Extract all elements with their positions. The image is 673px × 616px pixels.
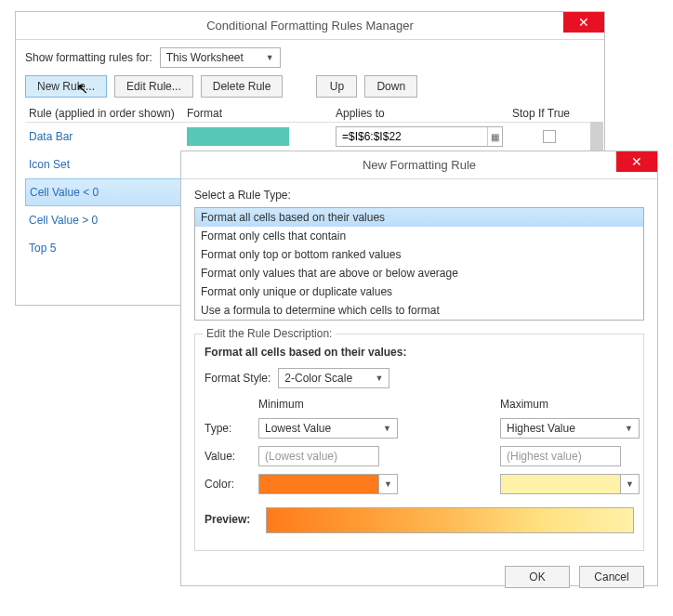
max-type-dropdown[interactable]: Highest Value ▼ (500, 418, 640, 439)
move-up-button[interactable]: Up (316, 75, 357, 98)
value-label: Value: (205, 450, 258, 463)
stop-if-true-checkbox[interactable] (543, 130, 556, 143)
rule-name: Icon Set (29, 158, 187, 171)
rule-type-item[interactable]: Format only cells that contain (195, 227, 643, 245)
rule-name: Cell Value < 0 (30, 186, 188, 199)
window-title: New Formatting Rule (363, 158, 476, 172)
format-style-label: Format Style: (205, 372, 271, 385)
rule-type-item[interactable]: Format all cells based on their values (195, 208, 643, 227)
titlebar: New Formatting Rule ✕ (181, 151, 657, 179)
color-swatch (259, 475, 378, 493)
window-title: Conditional Formatting Rules Manager (206, 19, 414, 33)
scope-dropdown[interactable]: This Worksheet ▼ (160, 47, 281, 68)
show-rules-label: Show formatting rules for: (25, 51, 152, 64)
chevron-down-icon: ▼ (620, 475, 639, 493)
new-rule-button[interactable]: New Rule... (25, 75, 107, 98)
delete-rule-button[interactable]: Delete Rule (201, 75, 284, 98)
select-type-label: Select a Rule Type: (194, 189, 644, 202)
range-picker-icon[interactable]: ▦ (487, 127, 502, 146)
new-rule-dialog: New Formatting Rule ✕ Select a Rule Type… (180, 151, 658, 586)
rule-type-item[interactable]: Format only values that are above or bel… (195, 264, 643, 282)
close-icon[interactable]: ✕ (616, 151, 657, 172)
format-style-dropdown[interactable]: 2-Color Scale ▼ (278, 368, 389, 388)
chevron-down-icon: ▼ (383, 424, 391, 433)
chevron-down-icon: ▼ (625, 424, 633, 433)
applies-field[interactable] (336, 130, 487, 143)
scrollbar-thumb[interactable] (590, 122, 603, 151)
ok-button[interactable]: OK (505, 566, 570, 588)
chevron-down-icon: ▼ (378, 475, 397, 493)
format-style-value: 2-Color Scale (284, 372, 352, 385)
col-stop: Stop If True (512, 107, 587, 120)
chevron-down-icon: ▼ (375, 374, 383, 383)
color-swatch (501, 475, 620, 493)
min-color-dropdown[interactable]: ▼ (258, 474, 398, 494)
rule-heading: Format all cells based on their values: (205, 346, 634, 359)
edit-description-group: Edit the Rule Description: Format all ce… (194, 334, 644, 551)
edit-legend: Edit the Rule Description: (203, 327, 336, 340)
titlebar: Conditional Formatting Rules Manager ✕ (16, 12, 604, 40)
type-label: Type: (205, 422, 258, 435)
max-color-dropdown[interactable]: ▼ (500, 474, 640, 494)
color-label: Color: (205, 478, 258, 491)
cancel-button[interactable]: Cancel (579, 566, 644, 588)
rule-name: Cell Value > 0 (29, 214, 187, 227)
rule-type-list[interactable]: Format all cells based on their values F… (194, 207, 644, 321)
rule-name: Data Bar (29, 130, 187, 143)
applies-to-input[interactable]: ▦ (336, 126, 503, 147)
edit-rule-button[interactable]: Edit Rule... (114, 75, 193, 98)
rule-name: Top 5 (29, 242, 187, 255)
preview-label: Preview: (205, 507, 258, 533)
rule-type-item[interactable]: Format only unique or duplicate values (195, 282, 643, 301)
col-format: Format (187, 107, 336, 120)
close-icon[interactable]: ✕ (563, 12, 604, 33)
rule-row[interactable]: Data Bar ▦ (25, 123, 595, 151)
min-value-input[interactable]: (Lowest value) (258, 446, 379, 466)
col-applies: Applies to (336, 107, 512, 120)
move-down-button[interactable]: Down (364, 75, 417, 98)
col-rule: Rule (applied in order shown) (29, 107, 187, 120)
scope-value: This Worksheet (166, 51, 244, 64)
chevron-down-icon: ▼ (266, 53, 274, 62)
minimum-label: Minimum (258, 398, 407, 411)
maximum-label: Maximum (500, 398, 649, 411)
preview-gradient (266, 507, 634, 533)
rules-header: Rule (applied in order shown) Format App… (25, 105, 595, 122)
rule-type-item[interactable]: Format only top or bottom ranked values (195, 245, 643, 264)
rule-type-item[interactable]: Use a formula to determine which cells t… (195, 301, 643, 320)
min-type-dropdown[interactable]: Lowest Value ▼ (258, 418, 398, 439)
format-preview (187, 127, 289, 146)
max-value-input[interactable]: (Highest value) (500, 446, 621, 466)
